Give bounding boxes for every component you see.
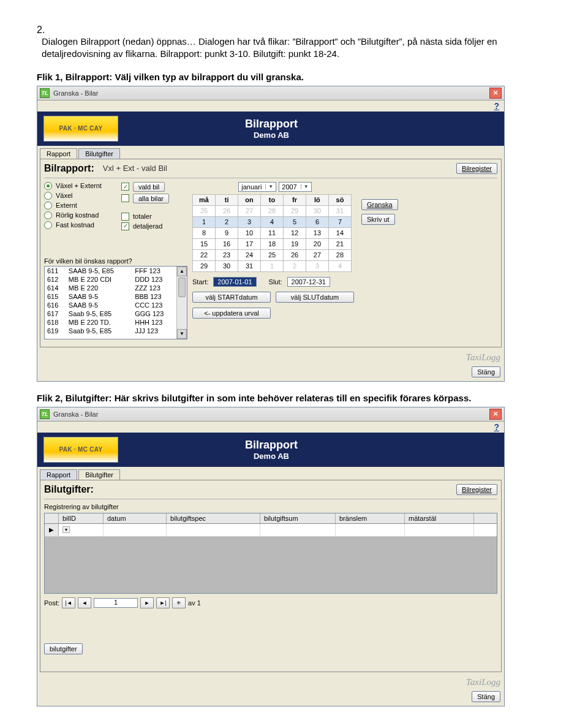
nav-position-field[interactable]: 1	[94, 598, 138, 608]
nav-first-button[interactable]: |◄	[62, 597, 75, 608]
scroll-up-icon[interactable]: ▲	[177, 267, 187, 276]
checkbox-valdbil[interactable]	[121, 183, 129, 191]
tab-bilutgifter[interactable]: Bilutgifter	[78, 469, 120, 480]
app-icon: TL	[40, 88, 50, 98]
scrollbar[interactable]: ▲ ▼	[176, 267, 187, 339]
radio-3[interactable]	[44, 211, 52, 219]
subheading: Registrering av bilutgifter	[44, 503, 497, 510]
calendar[interactable]: måtiontofrlösö25262728293031123456789101…	[192, 194, 352, 272]
titlebar: TL Granska - Bilar ✕	[37, 407, 504, 422]
stang-button[interactable]: Stäng	[472, 691, 500, 702]
help-icon[interactable]: ?	[494, 101, 499, 111]
month-select[interactable]: januari▼	[238, 182, 276, 192]
post-label: Post:	[44, 599, 59, 607]
skrivut-button[interactable]: Skriv ut	[361, 214, 395, 225]
logo: PAK · MC CAY	[43, 437, 118, 463]
table-row[interactable]: ▶ ▾	[45, 524, 497, 537]
granska-button[interactable]: Granska	[361, 199, 398, 210]
column-header[interactable]: datum	[104, 513, 167, 523]
nav-of-label: av 1	[188, 599, 201, 607]
radio-0[interactable]	[44, 182, 52, 190]
scroll-down-icon[interactable]: ▼	[177, 329, 187, 339]
heading-bilrapport: Bilrapport:	[44, 163, 94, 174]
column-header[interactable]: bilutgiftsum	[260, 513, 336, 523]
checkbox-allabilar[interactable]	[121, 194, 129, 202]
slut-label: Slut:	[269, 278, 282, 286]
flik1-caption: Flik 1, Bilrapport: Välj vilken typ av b…	[37, 72, 551, 82]
label-totaler: totaler	[133, 213, 152, 220]
column-header[interactable]: bilutgiftspec	[167, 513, 260, 523]
label-detaljerad: detaljerad	[133, 222, 162, 230]
tab-bilutgifter[interactable]: Bilutgifter	[78, 148, 120, 159]
uppdatera-urval-button[interactable]: <- uppdatera urval	[192, 308, 271, 319]
list-item[interactable]: 618MB E 220 TD.HHH 123	[45, 318, 177, 327]
valj-startdatum-button[interactable]: välj STARTdatum	[192, 292, 271, 303]
nav-new-button[interactable]: ✳	[172, 597, 186, 608]
tab-rapport[interactable]: Rapport	[40, 469, 77, 480]
taxilogg-watermark: TaxiLogg	[466, 677, 500, 687]
chip-valdbil: vald bil	[133, 182, 165, 192]
tab-rapport[interactable]: Rapport	[40, 148, 77, 159]
datagrid[interactable]: bilIDdatumbilutgiftspecbilutgiftsumbräns…	[44, 513, 497, 594]
panel-rapport: Bilrapport: Vxl + Ext - vald Bil Bilregi…	[40, 159, 502, 347]
year-select[interactable]: 2007▼	[279, 182, 311, 192]
banner-title: Bilrapport	[118, 118, 424, 131]
titlebar: TL Granska - Bilar ✕	[37, 86, 504, 100]
banner-title: Bilrapport	[118, 439, 424, 452]
radio-label: Växel	[56, 192, 73, 199]
logo: PAK · MC CAY	[43, 116, 118, 142]
car-listbox[interactable]: 611SAAB 9-5, E85FFF 123612MB E 220 CDIDD…	[44, 266, 187, 339]
close-icon[interactable]: ✕	[489, 88, 502, 99]
radio-group: Växel + ExterntVäxelExterntRörlig kostna…	[44, 182, 118, 231]
window-title: Granska - Bilar	[53, 411, 489, 418]
chevron-down-icon: ▼	[301, 184, 309, 189]
radio-label: Externt	[56, 202, 77, 209]
nav-prev-button[interactable]: ◄	[78, 597, 91, 608]
close-icon[interactable]: ✕	[489, 409, 502, 420]
list-item[interactable]: 615SAAB 9-5BBB 123	[45, 292, 177, 301]
list-number: 2.	[37, 25, 45, 36]
column-header[interactable]: bränslem	[336, 513, 405, 523]
banner-subtitle: Demo AB	[118, 452, 424, 461]
valj-slutdatum-button[interactable]: välj SLUTdatum	[276, 292, 354, 303]
list-item[interactable]: 617Saab 9-5, E85GGG 123	[45, 309, 177, 318]
chevron-down-icon: ▼	[265, 184, 273, 189]
start-date-field[interactable]: 2007-01-01	[213, 277, 256, 287]
bilutgifter-button[interactable]: bilutgifter	[44, 643, 83, 654]
banner: PAK · MC CAY Bilrapport Demo AB	[37, 112, 504, 146]
taxilogg-watermark: TaxiLogg	[466, 352, 500, 363]
app-icon: TL	[40, 409, 50, 419]
chip-allabilar: alla bilar	[133, 194, 169, 203]
slut-date-field[interactable]: 2007-12-31	[287, 277, 330, 287]
column-header[interactable]: bilID	[59, 513, 104, 523]
radio-4[interactable]	[44, 221, 52, 229]
list-item[interactable]: 611SAAB 9-5, E85FFF 123	[45, 267, 177, 275]
record-navigator: Post: |◄ ◄ 1 ► ►| ✳ av 1	[44, 597, 497, 608]
help-icon[interactable]: ?	[494, 422, 499, 432]
checkbox-detaljerad[interactable]	[121, 222, 129, 230]
column-header[interactable]: mätarstäl	[405, 513, 474, 523]
tabstrip: Rapport Bilutgifter	[37, 467, 504, 480]
radio-label: Rörlig kostnad	[56, 211, 99, 219]
bilregister-button[interactable]: Bilregister	[456, 163, 497, 174]
list-item[interactable]: 616SAAB 9-5CCC 123	[45, 301, 177, 309]
row-selector-icon[interactable]: ▶	[45, 524, 59, 536]
radio-1[interactable]	[44, 192, 52, 200]
checkbox-totaler[interactable]	[121, 213, 129, 221]
stang-button[interactable]: Stäng	[472, 366, 500, 377]
flik2-caption: Flik 2, Bilutgifter: Här skrivs bilutgif…	[37, 393, 551, 403]
nav-last-button[interactable]: ►|	[156, 597, 170, 608]
radio-2[interactable]	[44, 202, 52, 210]
radio-label: Växel + Externt	[56, 182, 102, 189]
nav-next-button[interactable]: ►	[140, 597, 154, 608]
chevron-down-icon[interactable]: ▾	[62, 526, 70, 533]
bilregister-button[interactable]: Bilregister	[456, 484, 497, 495]
banner-subtitle: Demo AB	[118, 131, 424, 140]
banner: PAK · MC CAY Bilrapport Demo AB	[37, 433, 504, 467]
radio-label: Fast kostnad	[56, 221, 94, 229]
list-item[interactable]: 619Saab 9-5, E85JJJ 123	[45, 327, 177, 335]
list-item[interactable]: 614MB E 220ZZZ 123	[45, 284, 177, 292]
list-label: För vilken bil önskas rapport?	[44, 257, 189, 265]
scroll-thumb[interactable]	[178, 278, 186, 297]
list-item[interactable]: 612MB E 220 CDIDDD 123	[45, 275, 177, 284]
